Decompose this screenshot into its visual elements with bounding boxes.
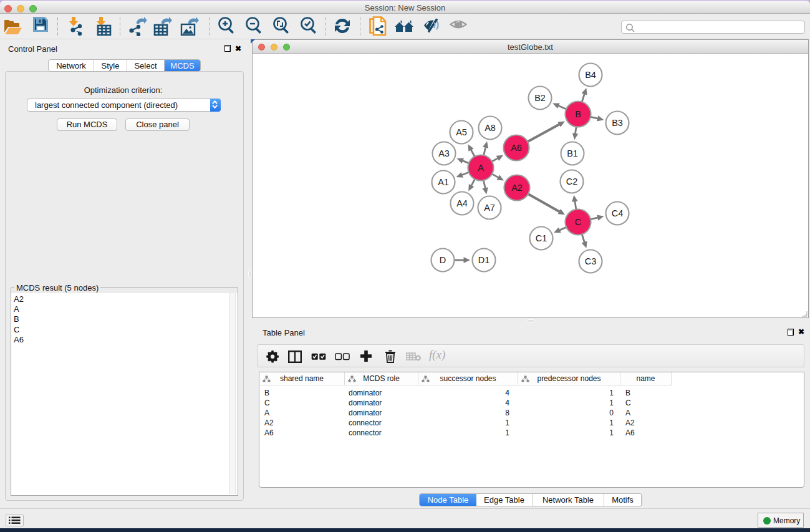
svg-text:B2: B2 [534, 93, 546, 103]
svg-text:D1: D1 [478, 255, 490, 265]
svg-text:D: D [440, 255, 446, 265]
svg-text:A1: A1 [438, 177, 449, 187]
svg-text:C: C [575, 217, 581, 227]
svg-text:C1: C1 [536, 233, 547, 243]
svg-text:A7: A7 [484, 203, 495, 213]
svg-text:B: B [575, 109, 581, 119]
svg-text:A3: A3 [438, 148, 450, 158]
svg-text:B4: B4 [585, 70, 596, 80]
svg-text:A8: A8 [485, 123, 496, 133]
svg-text:A: A [478, 163, 484, 173]
svg-text:A6: A6 [511, 143, 522, 153]
svg-text:A5: A5 [456, 127, 467, 137]
svg-text:C4: C4 [612, 208, 624, 218]
svg-text:B3: B3 [612, 118, 623, 128]
svg-text:C3: C3 [585, 256, 597, 266]
svg-text:A4: A4 [456, 198, 468, 208]
svg-text:C2: C2 [566, 177, 578, 186]
svg-text:B1: B1 [567, 148, 578, 158]
svg-text:A2: A2 [511, 183, 523, 193]
